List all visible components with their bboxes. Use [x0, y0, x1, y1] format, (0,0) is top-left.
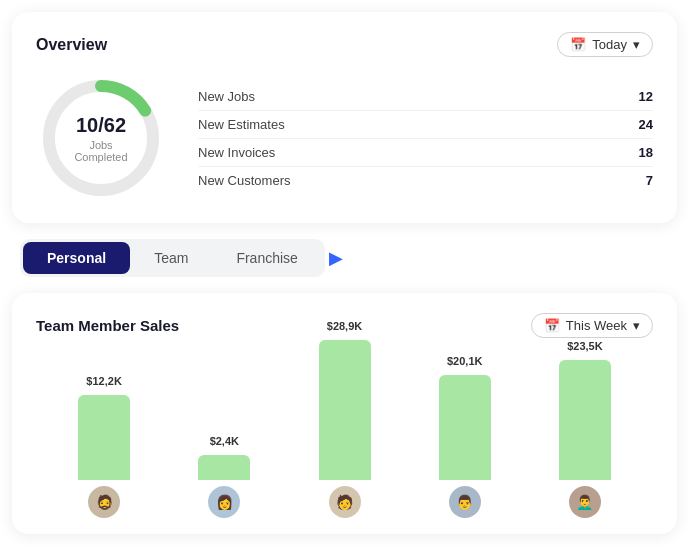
calendar-icon-sales: 📅: [544, 318, 560, 333]
stat-row: New Jobs 12: [198, 83, 653, 110]
donut-fraction: 10/62: [69, 113, 134, 137]
bar-rect: [198, 455, 250, 480]
stat-value: 24: [639, 117, 653, 132]
stat-value: 12: [639, 89, 653, 104]
stat-name: New Estimates: [198, 117, 285, 132]
stat-value: 18: [639, 145, 653, 160]
avatar: 👩: [208, 486, 240, 518]
bar-value-label: $28,9K: [327, 320, 362, 332]
stat-name: New Customers: [198, 173, 290, 188]
cursor-indicator: ▶: [329, 247, 343, 269]
bar-rect: [559, 360, 611, 480]
this-week-label: This Week: [566, 318, 627, 333]
bar-col: $28,9K 🧑: [284, 320, 404, 518]
overview-header: Overview 📅 Today ▾: [36, 32, 653, 57]
tab-team[interactable]: Team: [130, 242, 212, 274]
stat-row: New Estimates 24: [198, 110, 653, 138]
bar-col: $12,2K 🧔: [44, 375, 164, 518]
bar-value-label: $12,2K: [86, 375, 121, 387]
stat-name: New Jobs: [198, 89, 255, 104]
bar-col: $20,1K 👨: [405, 355, 525, 518]
bar-value-label: $20,1K: [447, 355, 482, 367]
sales-card: Team Member Sales 📅 This Week ▾ $12,2K 🧔…: [12, 293, 677, 534]
bar-rect: [319, 340, 371, 480]
tab-container: Personal Team Franchise: [20, 239, 325, 277]
sales-title: Team Member Sales: [36, 317, 179, 334]
stat-row: New Invoices 18: [198, 138, 653, 166]
overview-card: Overview 📅 Today ▾ 10/62 Jobs Completed …: [12, 12, 677, 223]
bar-value-label: $23,5K: [567, 340, 602, 352]
avatar: 👨‍🦱: [569, 486, 601, 518]
stat-row: New Customers 7: [198, 166, 653, 194]
stat-value: 7: [646, 173, 653, 188]
avatar: 🧑: [329, 486, 361, 518]
bar-rect: [78, 395, 130, 480]
bar-chart: $12,2K 🧔 $2,4K 👩 $28,9K 🧑 $20,1K 👨 $23,5…: [36, 358, 653, 518]
bar-col: $23,5K 👨‍🦱: [525, 340, 645, 518]
today-button[interactable]: 📅 Today ▾: [557, 32, 653, 57]
donut-chart: 10/62 Jobs Completed: [36, 73, 166, 203]
tabs-row: Personal Team Franchise ▶: [12, 239, 677, 277]
chevron-down-icon: ▾: [633, 37, 640, 52]
tab-personal[interactable]: Personal: [23, 242, 130, 274]
stats-table: New Jobs 12 New Estimates 24 New Invoice…: [198, 83, 653, 194]
chevron-down-icon-sales: ▾: [633, 318, 640, 333]
donut-label: Jobs Completed: [69, 139, 134, 163]
bar-rect: [439, 375, 491, 480]
bar-col: $2,4K 👩: [164, 435, 284, 518]
avatar: 👨: [449, 486, 481, 518]
donut-center: 10/62 Jobs Completed: [69, 113, 134, 163]
overview-title: Overview: [36, 36, 107, 54]
calendar-icon: 📅: [570, 37, 586, 52]
this-week-button[interactable]: 📅 This Week ▾: [531, 313, 653, 338]
stat-name: New Invoices: [198, 145, 275, 160]
avatar: 🧔: [88, 486, 120, 518]
overview-body: 10/62 Jobs Completed New Jobs 12 New Est…: [36, 73, 653, 203]
today-label: Today: [592, 37, 627, 52]
tab-franchise[interactable]: Franchise: [212, 242, 321, 274]
bar-value-label: $2,4K: [210, 435, 239, 447]
